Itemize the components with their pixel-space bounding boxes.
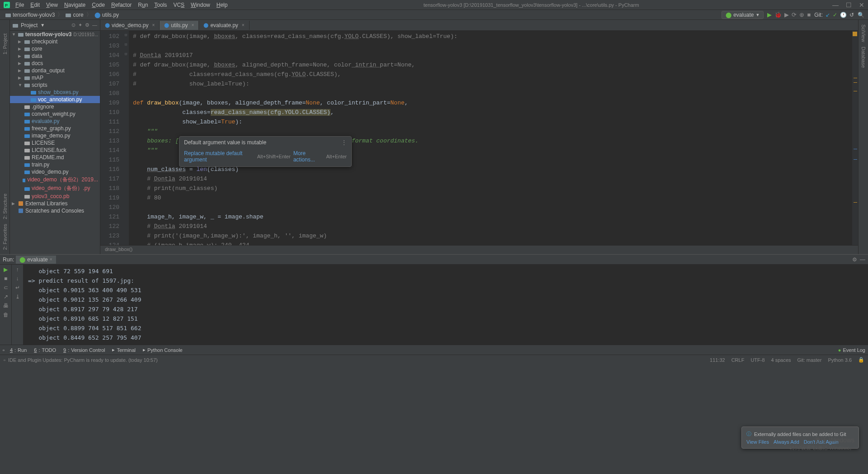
close-run-tab[interactable]: × <box>50 257 52 262</box>
notif-view-files[interactable]: View Files <box>746 439 769 445</box>
expand-arrow-icon[interactable]: ▶ <box>18 76 23 80</box>
tree-item[interactable]: ▶mAP <box>10 74 100 81</box>
external-libraries[interactable]: ▶ External Libraries <box>10 200 100 207</box>
maximize-button[interactable]: ☐ <box>846 1 852 9</box>
status-icon[interactable]: ▫ <box>4 357 5 363</box>
lock-icon[interactable]: 🔒 <box>858 357 864 363</box>
line-ending[interactable]: CRLF <box>731 357 745 363</box>
intention-more-actions[interactable]: More actions... <box>293 150 324 163</box>
fold-gutter[interactable]: ⊟ ⊟ ⊟ <box>123 31 129 245</box>
tree-root[interactable]: ▼ tensorflow-yolov3 D:\201910... <box>10 31 100 38</box>
git-revert-button[interactable]: ↺ <box>849 12 854 18</box>
scratches[interactable]: Scratches and Consoles <box>10 207 100 214</box>
breadcrumb-root[interactable]: tensorflow-yolov3 <box>4 12 57 18</box>
tree-item[interactable]: LICENSE.fuck <box>10 147 100 154</box>
expand-arrow-icon[interactable]: ▶ <box>18 61 23 66</box>
notif-always-add[interactable]: Always Add <box>774 439 799 445</box>
tree-item[interactable]: train.py <box>10 161 100 168</box>
up-button[interactable]: ↑ <box>16 266 19 273</box>
bottom-tool-button[interactable]: ▸ Python Console <box>141 346 184 354</box>
notification-balloon[interactable]: ⓘ Externally added files can be added to… <box>741 427 859 449</box>
minimize-button[interactable]: — <box>832 1 839 9</box>
bottom-tool-button[interactable]: 4: Run <box>8 346 28 354</box>
close-tab-icon[interactable]: × <box>192 23 194 28</box>
menu-view[interactable]: View <box>43 1 61 9</box>
git-commit-button[interactable]: ✓ <box>833 12 837 18</box>
down-button[interactable]: ↓ <box>16 275 19 282</box>
toggle-button[interactable]: ↗ <box>4 294 8 300</box>
expand-arrow-icon[interactable]: ▼ <box>18 83 23 87</box>
menu-code[interactable]: Code <box>89 1 108 9</box>
menu-navigate[interactable]: Navigate <box>61 1 88 9</box>
scroll-button[interactable]: ⤓ <box>15 294 20 300</box>
stop-rerun-button[interactable]: ■ <box>4 275 7 282</box>
expand-arrow-icon[interactable]: ▶ <box>18 39 23 44</box>
tree-item[interactable]: ▶data <box>10 52 100 60</box>
editor-tab[interactable]: ⬤evaluate.py× <box>199 21 249 30</box>
tree-item[interactable]: freeze_graph.py <box>10 125 100 132</box>
wrap-button[interactable]: ↵ <box>15 284 20 291</box>
event-log-button[interactable]: ● Event Log <box>838 347 865 353</box>
breadcrumb-core[interactable]: core <box>64 12 85 18</box>
code-breadcrumb[interactable]: draw_bbox() <box>100 245 858 254</box>
tree-item[interactable]: evaluate.py <box>10 118 100 125</box>
tree-item[interactable]: video_demo（备份）.py <box>10 184 100 193</box>
editor-tab[interactable]: ⬤video_demo.py× <box>100 21 160 30</box>
debug-button[interactable]: 🐞 <box>774 11 782 18</box>
encoding[interactable]: UTF-8 <box>750 357 764 363</box>
warning-indicator[interactable] <box>853 32 857 36</box>
close-tab-icon[interactable]: × <box>152 23 155 28</box>
git-history-button[interactable]: 🕐 <box>840 12 847 18</box>
git-branch[interactable]: Git: master <box>797 357 822 363</box>
breadcrumb-file[interactable]: ⬤ utils.py <box>93 12 121 18</box>
profile-button[interactable]: ⟳ <box>792 11 797 18</box>
intention-action-primary[interactable]: Replace mutable default argument <box>184 150 255 163</box>
tree-item[interactable]: image_demo.py <box>10 132 100 139</box>
project-view-dropdown[interactable]: ▼ <box>40 23 45 28</box>
bottom-tool-button[interactable]: 6: TODO <box>32 346 58 354</box>
settings-icon[interactable]: ⚙ <box>85 22 90 28</box>
indent-setting[interactable]: 4 spaces <box>771 357 791 363</box>
expand-icon[interactable]: ✦ <box>78 22 82 28</box>
tree-item[interactable]: LICENSE <box>10 139 100 147</box>
expand-arrow-icon[interactable]: ▶ <box>18 68 23 73</box>
stop-button[interactable]: ■ <box>807 11 811 18</box>
hide-icon[interactable]: — <box>92 22 97 28</box>
intention-menu-icon[interactable]: ⋮ <box>341 139 347 146</box>
menu-file[interactable]: File <box>13 1 27 9</box>
delete-button[interactable]: 🗑 <box>3 312 9 318</box>
error-stripe[interactable] <box>852 31 858 245</box>
tree-item[interactable]: video_demo.py <box>10 168 100 175</box>
attach-debug-button[interactable]: ⊂ <box>4 284 8 291</box>
git-update-button[interactable]: ↙ <box>826 12 830 18</box>
menu-help[interactable]: Help <box>214 1 231 9</box>
menu-run[interactable]: Run <box>135 1 151 9</box>
tree-item[interactable]: voc_annotation.py <box>10 96 100 103</box>
menu-refactor[interactable]: Refactor <box>108 1 134 9</box>
coverage-button[interactable]: ▶ <box>784 11 789 18</box>
run-tab[interactable]: ⬤ evaluate × <box>16 256 56 264</box>
search-button[interactable]: 🔍 <box>858 12 864 18</box>
tree-item[interactable]: show_bboxes.py <box>10 89 100 96</box>
console-output[interactable]: object 72 559 194 691 => predict result … <box>24 265 868 345</box>
favorites-tool-button[interactable]: 2: Favorites <box>2 224 8 250</box>
project-tree[interactable]: ▼ tensorflow-yolov3 D:\201910... ▶checkp… <box>10 31 100 254</box>
tree-item[interactable]: ▶core <box>10 45 100 52</box>
run-config-selector[interactable]: ⬤ evaluate ▼ <box>722 11 764 19</box>
bottom-tool-button[interactable]: 9: Version Control <box>61 346 107 354</box>
expand-arrow-icon[interactable]: ▶ <box>18 47 23 51</box>
run-button[interactable]: ▶ <box>767 11 772 18</box>
tool-window-icon[interactable]: ▫ <box>3 347 5 353</box>
tree-item[interactable]: .gitignore <box>10 103 100 110</box>
sciview-tool-button[interactable]: SciView <box>861 24 866 42</box>
tree-item[interactable]: ▶checkpoint <box>10 38 100 45</box>
print-button[interactable]: 🖶 <box>3 303 9 309</box>
database-tool-button[interactable]: Database <box>861 47 866 68</box>
close-button[interactable]: ✕ <box>859 1 864 9</box>
tree-item[interactable]: README.md <box>10 154 100 161</box>
tree-item[interactable]: ▼scripts <box>10 81 100 89</box>
tree-item[interactable]: video_demo（备份2）2019... <box>10 175 100 184</box>
project-tool-button[interactable]: 1: Project <box>2 33 8 54</box>
python-interpreter[interactable]: Python 3.6 <box>828 357 852 363</box>
close-tab-icon[interactable]: × <box>242 23 245 28</box>
